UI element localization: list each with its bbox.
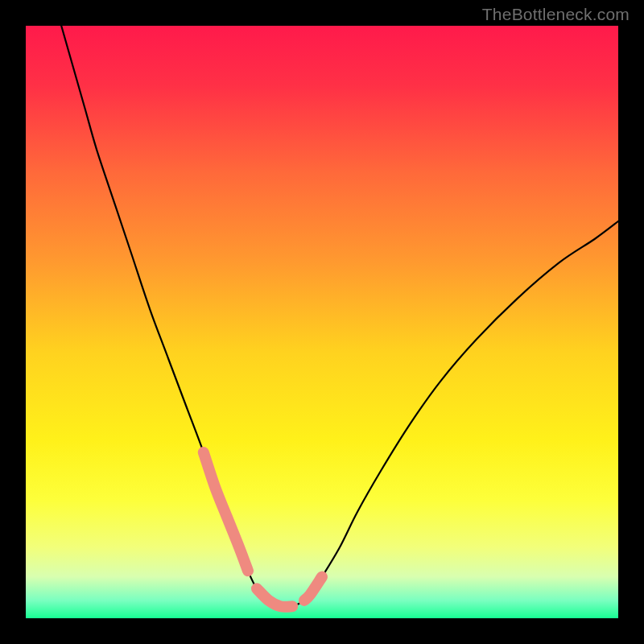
marker-left-descent [204,452,248,571]
marker-right-ascent [304,577,322,601]
plot-area [26,26,618,618]
marker-valley-floor [257,588,292,607]
watermark-text: TheBottleneck.com [482,5,630,24]
bottleneck-curve [61,26,618,607]
curve-layer [26,26,618,618]
chart-frame: TheBottleneck.com [0,0,644,644]
